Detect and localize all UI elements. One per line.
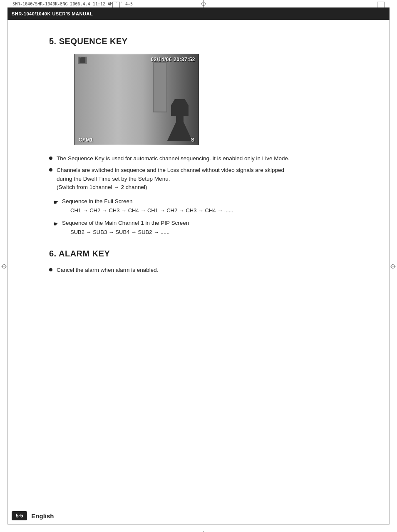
bullet-dot-1: [49, 157, 52, 160]
bullet-text-2: Channels are switched in sequence and th…: [57, 166, 284, 191]
arrow-content-2: Sequence of the Main Channel 1 in the PI…: [62, 219, 189, 236]
arrow-item-2: ☛ Sequence of the Main Channel 1 in the …: [53, 219, 365, 236]
cam-seq-icon: ⬛: [78, 57, 87, 64]
arrow-content-1: Sequence in the Full Screen CH1 → CH2 → …: [62, 197, 233, 215]
section6-heading: 6. ALARM KEY: [49, 249, 365, 259]
bullet-text-1: The Sequence Key is used for automatic c…: [57, 154, 290, 163]
content-area: 5. SEQUENCE KEY ⬛ 02/14/06 20:37:52 CAM1…: [7, 20, 390, 525]
arrow-title-2: Sequence of the Main Channel 1 in the PI…: [62, 219, 189, 227]
bullet-item-2: Channels are switched in sequence and th…: [49, 166, 365, 191]
cam-label-left: CAM1: [79, 137, 93, 143]
arrow-title-1: Sequence in the Full Screen: [62, 197, 233, 206]
section6: 6. ALARM KEY Cancel the alarm when alarm…: [49, 249, 365, 274]
cam-overlay-bottom: CAM1 S: [74, 137, 198, 143]
section6-bullet-dot-1: [49, 268, 52, 271]
arrow-bullet-1: ☛: [53, 198, 59, 207]
camera-screenshot: ⬛ 02/14/06 20:37:52 CAM1 S: [74, 54, 199, 145]
section5-arrows: ☛ Sequence in the Full Screen CH1 → CH2 …: [53, 197, 365, 236]
footer-badge: 5-5: [12, 511, 27, 520]
header-title: SHR-1040/1040K USER'S MANUAL: [12, 11, 93, 16]
arrow-item-1: ☛ Sequence in the Full Screen CH1 → CH2 …: [53, 197, 365, 215]
section5-bullets: The Sequence Key is used for automatic c…: [49, 154, 365, 191]
cam-overlay-top: ⬛ 02/14/06 20:37:52: [74, 57, 198, 64]
arrow-bullet-2: ☛: [53, 219, 59, 229]
header-bar: SHR-1040/1040K USER'S MANUAL: [7, 7, 390, 20]
section6-bullet-1: Cancel the alarm when alarm is enabled.: [49, 266, 365, 274]
cam-door: [153, 62, 167, 112]
cam-label-right: S: [191, 137, 194, 143]
arrow-seq-1: CH1 → CH2 → CH3 → CH4 → CH1 → CH2 → CH3 …: [70, 206, 233, 215]
cam-datetime: 02/14/06 20:37:52: [151, 57, 195, 64]
footer: 5-5 English: [12, 511, 54, 520]
section6-bullets: Cancel the alarm when alarm is enabled.: [49, 266, 365, 274]
bullet-dot-2: [49, 168, 52, 172]
footer-language: English: [31, 512, 54, 520]
section5-heading: 5. SEQUENCE KEY: [49, 37, 365, 46]
arrow-seq-2: SUB2 → SUB3 → SUB4 → SUB2 → ......: [70, 228, 189, 236]
section6-bullet-text-1: Cancel the alarm when alarm is enabled.: [57, 266, 159, 274]
bullet-item-1: The Sequence Key is used for automatic c…: [49, 154, 365, 163]
